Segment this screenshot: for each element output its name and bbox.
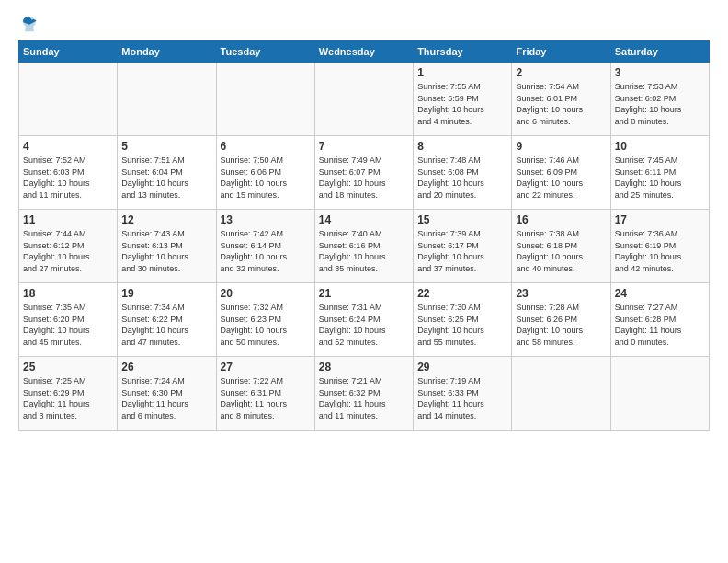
day-info: Sunrise: 7:51 AMSunset: 6:04 PMDaylight:… [121,155,188,200]
col-header-sunday: Sunday [19,41,118,63]
day-number: 1 [417,66,507,79]
day-number: 11 [23,213,113,226]
day-info: Sunrise: 7:53 AMSunset: 6:02 PMDaylight:… [615,82,682,126]
calendar-cell: 11Sunrise: 7:44 AMSunset: 6:12 PMDayligh… [19,210,118,283]
day-number: 12 [121,213,211,226]
day-number: 15 [417,213,507,226]
day-number: 21 [319,287,409,300]
calendar-cell: 5Sunrise: 7:51 AMSunset: 6:04 PMDaylight… [118,136,216,210]
calendar-cell: 10Sunrise: 7:45 AMSunset: 6:11 PMDayligh… [610,136,709,210]
calendar-cell [512,357,610,431]
calendar-cell: 24Sunrise: 7:27 AMSunset: 6:28 PMDayligh… [610,283,709,357]
day-number: 18 [23,287,113,300]
day-info: Sunrise: 7:31 AMSunset: 6:24 PMDaylight:… [319,303,386,347]
calendar-cell: 17Sunrise: 7:36 AMSunset: 6:19 PMDayligh… [610,210,709,283]
calendar-cell: 9Sunrise: 7:46 AMSunset: 6:09 PMDaylight… [512,136,610,210]
calendar-cell [610,357,709,431]
day-number: 19 [121,287,211,300]
day-info: Sunrise: 7:38 AMSunset: 6:18 PMDaylight:… [516,229,583,273]
calendar-cell: 25Sunrise: 7:25 AMSunset: 6:29 PMDayligh… [19,357,118,431]
day-info: Sunrise: 7:52 AMSunset: 6:03 PMDaylight:… [23,155,90,200]
day-info: Sunrise: 7:45 AMSunset: 6:11 PMDaylight:… [615,155,682,200]
calendar-table: SundayMondayTuesdayWednesdayThursdayFrid… [18,40,710,431]
calendar-cell: 14Sunrise: 7:40 AMSunset: 6:16 PMDayligh… [314,210,413,283]
day-number: 17 [615,213,705,226]
calendar-cell [118,63,216,136]
day-number: 7 [319,140,409,153]
calendar-cell: 27Sunrise: 7:22 AMSunset: 6:31 PMDayligh… [216,357,314,431]
day-info: Sunrise: 7:34 AMSunset: 6:22 PMDaylight:… [121,303,188,347]
day-info: Sunrise: 7:27 AMSunset: 6:28 PMDaylight:… [615,303,682,347]
day-number: 29 [417,361,507,373]
calendar-cell: 21Sunrise: 7:31 AMSunset: 6:24 PMDayligh… [314,283,413,357]
day-info: Sunrise: 7:28 AMSunset: 6:26 PMDaylight:… [516,303,583,347]
calendar-cell: 20Sunrise: 7:32 AMSunset: 6:23 PMDayligh… [216,283,314,357]
calendar-cell: 1Sunrise: 7:55 AMSunset: 5:59 PMDaylight… [414,63,512,136]
calendar-cell [216,63,314,136]
day-number: 9 [516,140,606,153]
calendar-cell: 23Sunrise: 7:28 AMSunset: 6:26 PMDayligh… [512,283,610,357]
day-info: Sunrise: 7:39 AMSunset: 6:17 PMDaylight:… [417,229,484,273]
day-number: 26 [121,361,211,373]
calendar-row: 4Sunrise: 7:52 AMSunset: 6:03 PMDaylight… [19,136,710,210]
day-info: Sunrise: 7:21 AMSunset: 6:32 PMDaylight:… [319,376,386,420]
calendar-cell: 4Sunrise: 7:52 AMSunset: 6:03 PMDaylight… [19,136,118,210]
calendar-cell: 7Sunrise: 7:49 AMSunset: 6:07 PMDaylight… [314,136,413,210]
day-number: 20 [221,287,311,300]
calendar-cell: 12Sunrise: 7:43 AMSunset: 6:13 PMDayligh… [118,210,216,283]
day-info: Sunrise: 7:49 AMSunset: 6:07 PMDaylight:… [319,155,386,200]
day-info: Sunrise: 7:30 AMSunset: 6:25 PMDaylight:… [417,303,484,347]
col-header-saturday: Saturday [610,41,709,63]
day-info: Sunrise: 7:43 AMSunset: 6:13 PMDaylight:… [121,229,188,273]
col-header-tuesday: Tuesday [216,41,314,63]
header-row: SundayMondayTuesdayWednesdayThursdayFrid… [19,41,710,63]
logo [18,15,39,33]
day-number: 2 [516,66,606,79]
calendar-cell: 29Sunrise: 7:19 AMSunset: 6:33 PMDayligh… [414,357,512,431]
day-info: Sunrise: 7:25 AMSunset: 6:29 PMDaylight:… [23,376,90,420]
calendar-cell: 16Sunrise: 7:38 AMSunset: 6:18 PMDayligh… [512,210,610,283]
day-info: Sunrise: 7:54 AMSunset: 6:01 PMDaylight:… [516,82,583,126]
col-header-monday: Monday [118,41,216,63]
day-number: 22 [417,287,507,300]
day-number: 25 [23,361,113,373]
day-info: Sunrise: 7:36 AMSunset: 6:19 PMDaylight:… [615,229,682,273]
day-info: Sunrise: 7:55 AMSunset: 5:59 PMDaylight:… [417,82,484,126]
day-info: Sunrise: 7:32 AMSunset: 6:23 PMDaylight:… [221,303,288,347]
day-number: 8 [417,140,507,153]
day-number: 3 [615,66,705,79]
day-number: 14 [319,213,409,226]
day-number: 4 [23,140,113,153]
calendar-cell: 3Sunrise: 7:53 AMSunset: 6:02 PMDaylight… [610,63,709,136]
calendar-cell: 19Sunrise: 7:34 AMSunset: 6:22 PMDayligh… [118,283,216,357]
day-number: 27 [221,361,311,373]
day-number: 28 [319,361,409,373]
calendar-row: 1Sunrise: 7:55 AMSunset: 5:59 PMDaylight… [19,63,710,136]
calendar-cell: 18Sunrise: 7:35 AMSunset: 6:20 PMDayligh… [19,283,118,357]
calendar-row: 25Sunrise: 7:25 AMSunset: 6:29 PMDayligh… [19,357,710,431]
calendar-row: 11Sunrise: 7:44 AMSunset: 6:12 PMDayligh… [19,210,710,283]
day-info: Sunrise: 7:48 AMSunset: 6:08 PMDaylight:… [417,155,484,200]
day-info: Sunrise: 7:19 AMSunset: 6:33 PMDaylight:… [417,376,484,420]
day-info: Sunrise: 7:42 AMSunset: 6:14 PMDaylight:… [221,229,288,273]
calendar-cell [314,63,413,136]
day-info: Sunrise: 7:44 AMSunset: 6:12 PMDaylight:… [23,229,90,273]
day-number: 10 [615,140,705,153]
day-info: Sunrise: 7:24 AMSunset: 6:30 PMDaylight:… [121,376,188,420]
page: SundayMondayTuesdayWednesdayThursdayFrid… [0,0,728,563]
calendar-cell: 13Sunrise: 7:42 AMSunset: 6:14 PMDayligh… [216,210,314,283]
calendar-cell: 2Sunrise: 7:54 AMSunset: 6:01 PMDaylight… [512,63,610,136]
col-header-wednesday: Wednesday [314,41,413,63]
calendar-cell: 22Sunrise: 7:30 AMSunset: 6:25 PMDayligh… [414,283,512,357]
day-number: 16 [516,213,606,226]
day-number: 13 [221,213,311,226]
day-info: Sunrise: 7:40 AMSunset: 6:16 PMDaylight:… [319,229,386,273]
calendar-cell [19,63,118,136]
calendar-cell: 26Sunrise: 7:24 AMSunset: 6:30 PMDayligh… [118,357,216,431]
day-info: Sunrise: 7:46 AMSunset: 6:09 PMDaylight:… [516,155,583,200]
day-info: Sunrise: 7:50 AMSunset: 6:06 PMDaylight:… [221,155,288,200]
header [18,15,710,33]
logo-bird-icon [20,15,39,33]
calendar-cell: 6Sunrise: 7:50 AMSunset: 6:06 PMDaylight… [216,136,314,210]
day-number: 24 [615,287,705,300]
